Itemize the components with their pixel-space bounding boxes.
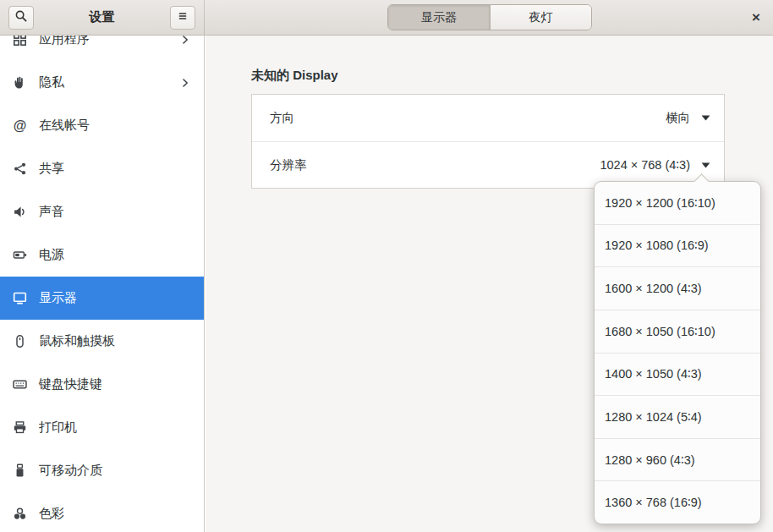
menu-button[interactable] [170, 6, 195, 30]
sidebar-item-应用程序[interactable]: 应用程序 [0, 36, 204, 61]
resolution-option[interactable]: 1280 × 960 (4∶3) [595, 438, 760, 481]
sidebar-item-隐私[interactable]: 隐私 [0, 61, 204, 104]
tab-label: 夜灯 [529, 10, 553, 25]
resolution-option-label: 1920 × 1080 (16∶9) [605, 239, 709, 252]
sidebar-list: 应用程序 隐私 @ 在线帐号 共享 声音 电源 显示器 鼠标和触摸板 键盘快捷键 [0, 36, 204, 532]
resolution-option-label: 1600 × 1200 (4∶3) [605, 282, 702, 295]
tab-显示器[interactable]: 显示器 [388, 5, 490, 30]
sidebar-item-label: 隐私 [39, 74, 64, 90]
hand-icon [13, 75, 27, 90]
view-switcher: 显示器夜灯 [387, 4, 592, 30]
sidebar-item-label: 打印机 [39, 420, 77, 436]
monitor-icon [13, 291, 27, 305]
at-icon: @ [13, 118, 27, 133]
chevron-right-icon [180, 78, 190, 88]
resolution-option-label: 1920 × 1200 (16∶10) [605, 196, 715, 210]
settings-row-label: 方向 [270, 110, 294, 126]
resolution-option[interactable]: 1400 × 1050 (4∶3) [595, 353, 760, 396]
color-icon [13, 507, 27, 521]
sidebar-item-鼠标和触摸板[interactable]: 鼠标和触摸板 [0, 320, 204, 363]
keyboard-icon [13, 377, 27, 392]
resolution-option-label: 1280 × 960 (4∶3) [605, 453, 695, 467]
sidebar-item-色彩[interactable]: 色彩 [0, 492, 204, 532]
resolution-dropdown-menu: 1920 × 1200 (16∶10)1920 × 1080 (16∶9)160… [594, 181, 761, 524]
sidebar-item-label: 电源 [39, 247, 64, 263]
close-button[interactable]: × [744, 6, 768, 30]
printer-icon [13, 420, 27, 435]
sidebar-item-label: 在线帐号 [39, 118, 90, 134]
resolution-option[interactable]: 1920 × 1080 (16∶9) [595, 224, 760, 267]
chevron-right-icon [180, 36, 190, 45]
mouse-icon [13, 334, 27, 348]
resolution-option[interactable]: 1280 × 1024 (5∶4) [595, 395, 760, 438]
sidebar-item-显示器[interactable]: 显示器 [0, 277, 204, 320]
tab-夜灯[interactable]: 夜灯 [490, 5, 591, 30]
sidebar-item-label: 可移动介质 [39, 463, 102, 479]
sidebar-item-在线帐号[interactable]: @ 在线帐号 [0, 104, 204, 147]
sidebar-item-label: 声音 [39, 204, 64, 220]
sidebar-item-键盘快捷键[interactable]: 键盘快捷键 [0, 363, 204, 406]
resolution-option-label: 1400 × 1050 (4∶3) [605, 367, 702, 381]
window-title: 设置 [34, 9, 170, 25]
headerbar: 设置 显示器夜灯 × [0, 0, 773, 36]
sidebar-item-label: 应用程序 [39, 36, 90, 47]
share-icon [13, 162, 27, 176]
sidebar-item-电源[interactable]: 电源 [0, 233, 204, 277]
apps-grid-icon [13, 36, 27, 47]
sidebar-item-打印机[interactable]: 打印机 [0, 406, 204, 449]
chevron-down-icon [701, 162, 710, 168]
resolution-option-label: 1360 × 768 (16∶9) [605, 496, 702, 509]
display-settings-panel: 方向 横向 分辨率 1024 × 768 (4∶3) [251, 94, 725, 189]
usb-icon [13, 463, 27, 478]
tab-label: 显示器 [421, 10, 457, 25]
resolution-option[interactable]: 1680 × 1050 (16∶10) [595, 310, 760, 353]
resolution-option-label: 1280 × 1024 (5∶4) [605, 410, 702, 424]
resolution-option[interactable]: 1360 × 768 (16∶9) [595, 480, 760, 524]
sidebar: 应用程序 隐私 @ 在线帐号 共享 声音 电源 显示器 鼠标和触摸板 键盘快捷键 [0, 36, 205, 532]
sidebar-item-label: 色彩 [39, 506, 64, 522]
sidebar-item-声音[interactable]: 声音 [0, 190, 204, 233]
settings-row-label: 分辨率 [270, 157, 307, 173]
settings-row-value: 1024 × 768 (4∶3) [600, 158, 690, 172]
settings-row-方向[interactable]: 方向 横向 [252, 95, 724, 141]
search-icon [14, 9, 28, 26]
settings-row-value: 横向 [666, 110, 690, 126]
page-title: 未知的 Display [251, 69, 773, 82]
sidebar-item-label: 显示器 [39, 290, 77, 306]
sidebar-item-label: 共享 [39, 161, 64, 177]
sidebar-item-label: 键盘快捷键 [39, 376, 102, 392]
resolution-option-label: 1680 × 1050 (16∶10) [605, 325, 715, 338]
sidebar-item-可移动介质[interactable]: 可移动介质 [0, 449, 204, 492]
speaker-icon [13, 205, 27, 219]
resolution-option[interactable]: 1920 × 1200 (16∶10) [595, 182, 760, 224]
battery-icon [13, 248, 27, 262]
sidebar-item-label: 鼠标和触摸板 [39, 333, 115, 349]
hamburger-menu-icon [176, 9, 189, 26]
search-button[interactable] [8, 6, 34, 30]
sidebar-header: 设置 [0, 0, 205, 35]
chevron-down-icon [701, 115, 710, 121]
resolution-option[interactable]: 1600 × 1200 (4∶3) [595, 266, 760, 310]
sidebar-item-共享[interactable]: 共享 [0, 147, 204, 190]
